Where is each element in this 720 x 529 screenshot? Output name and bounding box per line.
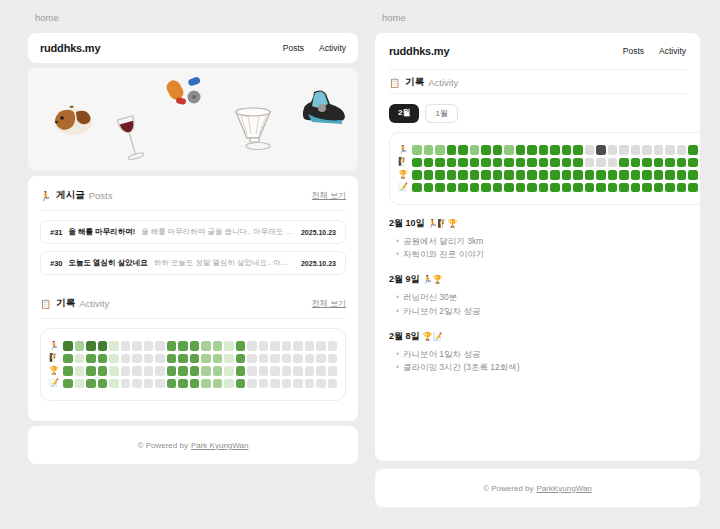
heatmap-cell <box>86 366 96 376</box>
heatmap-cell <box>412 145 422 155</box>
heatmap-cell <box>539 170 549 180</box>
heatmap-cell <box>201 379 211 389</box>
heatmap-cell <box>481 183 491 193</box>
heatmap-row-icon: 🏆 <box>398 171 412 179</box>
posts-view-all-link[interactable]: 전체 보기 <box>312 190 346 201</box>
heatmap-cell <box>654 145 664 155</box>
heatmap-cell <box>631 183 641 193</box>
heatmap-cell <box>190 366 200 376</box>
post-excerpt: 올 해를 마무리하며 글을 씁니다.. 아무래도 이맘 때에는 저도 그 ... <box>141 227 295 237</box>
heatmap-cell <box>109 341 119 351</box>
nav-posts-link[interactable]: Posts <box>283 43 304 53</box>
heatmap-row: 🧗 <box>398 158 700 168</box>
heatmap-cell <box>573 170 583 180</box>
heatmap-cell <box>305 379 315 389</box>
heatmap-row-icon: 🧗 <box>49 354 63 362</box>
heatmap-cell <box>642 183 652 193</box>
heatmap-cell <box>132 366 142 376</box>
heatmap-cell <box>178 366 188 376</box>
heatmap-cell <box>328 354 338 364</box>
heatmap-cell <box>144 341 154 351</box>
heatmap-cell <box>98 366 108 376</box>
heatmap-cell <box>224 366 234 376</box>
heatmap-cell <box>236 341 246 351</box>
footer-author-link[interactable]: Park KyungWan <box>191 441 249 450</box>
heatmap-cell <box>596 145 606 155</box>
heatmap-cell <box>305 366 315 376</box>
heatmap-cell <box>435 145 445 155</box>
post-number: #31 <box>50 228 63 237</box>
heatmap-cell <box>201 341 211 351</box>
heatmap-cell <box>665 183 675 193</box>
heatmap-cell <box>224 379 234 389</box>
heatmap-row: 🏆 <box>49 366 337 376</box>
heatmap-cell <box>585 145 595 155</box>
heatmap-cell <box>282 354 292 364</box>
heatmap-cell <box>412 158 422 168</box>
nav-activity-link[interactable]: Activity <box>659 46 686 56</box>
post-row[interactable]: #30오늘도 열심히 살았네요하하 오늘도 정말 열심히 살았네요.. 아무렴 … <box>40 251 346 275</box>
heatmap-cell <box>109 366 119 376</box>
coffee-dripper-image <box>228 106 280 154</box>
nav-activity-link[interactable]: Activity <box>319 43 346 53</box>
heatmap-cell <box>447 158 457 168</box>
activity-section-header: 📋 기록 Activity 전체 보기 <box>40 296 346 311</box>
heatmap-cell <box>424 145 434 155</box>
heatmap-cell <box>539 183 549 193</box>
heatmap-cell <box>642 145 652 155</box>
bullet-icon: • <box>396 236 399 246</box>
heatmap-cell <box>596 183 606 193</box>
heatmap-cell <box>562 145 572 155</box>
posts-label-en: Posts <box>89 190 113 201</box>
heatmap-cell <box>213 379 223 389</box>
heatmap-cell <box>282 379 292 389</box>
heatmap-cell <box>259 354 269 364</box>
heatmap-cell <box>493 170 503 180</box>
heatmap-cell <box>585 183 595 193</box>
heatmap-cell <box>132 341 142 351</box>
activity-view-all-link[interactable]: 전체 보기 <box>312 298 346 309</box>
heatmap-cell <box>550 145 560 155</box>
footer-author-link[interactable]: ParkKyungWan <box>537 484 592 493</box>
heatmap-cell <box>259 341 269 351</box>
heatmap-row-icon: 🧗 <box>398 158 412 166</box>
heatmap-cell <box>121 354 131 364</box>
site-header: ruddhks.my Posts Activity <box>375 33 700 69</box>
clipboard-icon: 📋 <box>40 299 51 309</box>
heatmap-cell <box>167 354 177 364</box>
activity-label-en: Activity <box>79 298 109 309</box>
heatmap-cell <box>155 354 165 364</box>
post-title: 올 해를 마무리하며! <box>69 227 136 237</box>
heatmap-cell <box>412 183 422 193</box>
footer-text: © Powered by <box>138 441 188 450</box>
activity-page-card: ruddhks.my Posts Activity 📋 기록 Activity … <box>375 33 700 461</box>
heatmap-cell <box>305 341 315 351</box>
heatmap-cell <box>562 183 572 193</box>
bullet-icon: • <box>396 306 399 316</box>
heatmap-cell <box>516 183 526 193</box>
site-nav: Posts Activity <box>283 43 346 53</box>
heatmap-cell <box>201 354 211 364</box>
heatmap-cell <box>270 341 280 351</box>
heatmap-cell <box>608 158 618 168</box>
month-filter-group: 2월1월 <box>375 94 700 123</box>
bullet-icon: • <box>396 349 399 359</box>
content-card: 🏃 게시글 Posts 전체 보기 #31올 해를 마무리하며!올 해를 마무리… <box>28 176 358 421</box>
entry-date: 2월 10일🏃🧗🏆 <box>389 217 686 230</box>
heatmap-cell <box>631 158 641 168</box>
activity-entry: 2월 10일🏃🧗🏆•공원에서 달리기 3km•자혁이와 진로 이야기 <box>389 217 686 261</box>
month-filter-pill[interactable]: 2월 <box>389 104 419 123</box>
heatmap-cell <box>619 170 629 180</box>
entry-bullet: •카니보어 1일차 성공 <box>389 348 686 361</box>
heatmap-row: 🧗 <box>49 354 337 364</box>
heatmap-cell <box>293 354 303 364</box>
nav-posts-link[interactable]: Posts <box>623 46 644 56</box>
clipboard-icon: 📋 <box>389 78 400 88</box>
divider <box>40 210 346 211</box>
month-filter-pill[interactable]: 1월 <box>425 104 457 123</box>
entry-category-icons: 🏃🧗🏆 <box>428 219 458 228</box>
heatmap-cell <box>447 170 457 180</box>
post-row[interactable]: #31올 해를 마무리하며!올 해를 마무리하며 글을 씁니다.. 아무래도 이… <box>40 220 346 244</box>
heatmap-cell <box>458 183 468 193</box>
heatmap-cell <box>608 183 618 193</box>
